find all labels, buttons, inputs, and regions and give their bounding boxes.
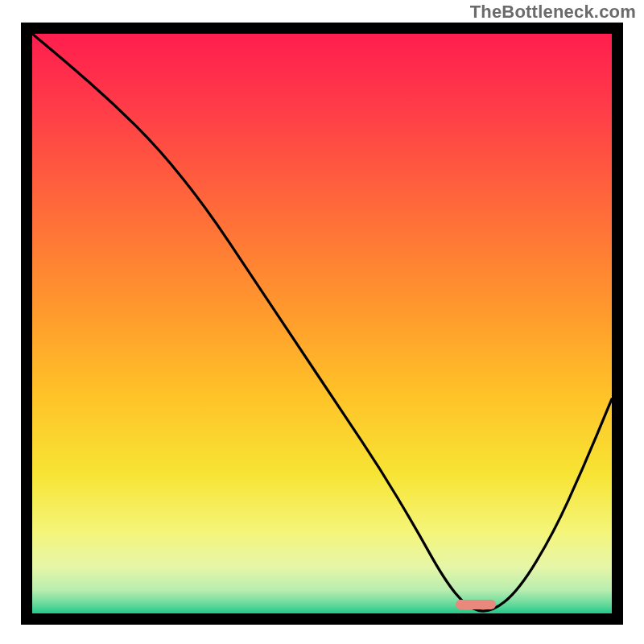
chart-curve <box>32 34 612 613</box>
watermark-text: TheBottleneck.com <box>470 2 636 23</box>
curve-path <box>32 34 612 611</box>
chart-plot-area <box>32 34 612 613</box>
optimal-range-marker <box>456 600 496 609</box>
chart-frame <box>21 23 623 625</box>
